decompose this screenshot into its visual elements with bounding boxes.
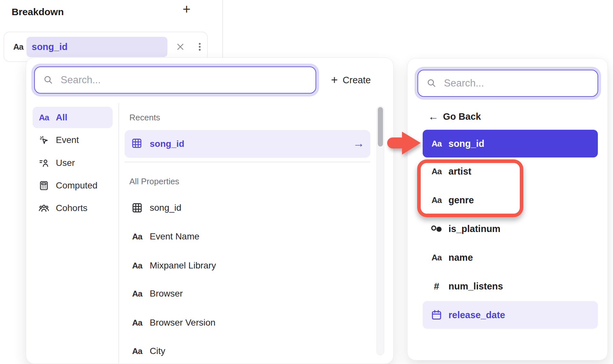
text-type-icon: Aa (130, 232, 144, 242)
category-all[interactable]: Aa All (33, 107, 113, 128)
nested-row-num-listens[interactable]: # num_listens (423, 272, 598, 300)
text-type-icon: Aa (429, 253, 444, 263)
nested-row-song-id[interactable]: Aa song_id (423, 130, 598, 157)
property-row-browser-version[interactable]: Aa Browser Version (125, 313, 370, 333)
create-button[interactable]: + Create (331, 71, 371, 89)
text-type-icon: Aa (38, 113, 50, 123)
go-back-button[interactable]: ← Go Back (426, 107, 481, 126)
search-input[interactable] (60, 74, 252, 86)
chip-menu-button[interactable] (195, 41, 205, 52)
property-row-song-id[interactable]: song_id (125, 198, 370, 218)
nested-row-artist[interactable]: Aa artist (423, 157, 598, 185)
arrow-right-icon[interactable]: → (353, 136, 365, 150)
chip-value-label: song_id (32, 42, 67, 52)
cohorts-people-icon (38, 203, 50, 214)
scrollbar-track[interactable] (377, 106, 384, 355)
nested-row-genre[interactable]: Aa genre (423, 186, 598, 214)
text-type-icon: Aa (429, 167, 444, 177)
number-type-icon: # (429, 281, 444, 292)
text-type-icon: Aa (429, 139, 444, 149)
remove-breakdown-button[interactable] (176, 42, 185, 52)
all-properties-header: All Properties (129, 177, 179, 187)
table-grid-icon (131, 137, 143, 150)
category-cohorts[interactable]: Cohorts (33, 197, 113, 219)
category-user[interactable]: User (33, 152, 113, 174)
calculator-icon (38, 180, 50, 191)
category-computed[interactable]: Computed (33, 175, 113, 196)
screen: Breakdown + Aa song_id + Create Aa All (0, 0, 613, 364)
add-breakdown-button[interactable]: + (183, 3, 191, 16)
breakdown-chip-value[interactable]: song_id (26, 37, 167, 57)
search-field-wrap (415, 67, 601, 100)
section-divider (125, 162, 370, 162)
text-type-icon: Aa (130, 318, 144, 328)
search-input[interactable] (443, 77, 564, 89)
property-row-mixpanel-library[interactable]: Aa Mixpanel Library (125, 256, 370, 276)
nested-row-release-date[interactable]: release_date (423, 301, 598, 329)
table-grid-icon (130, 202, 144, 214)
text-type-icon: Aa (13, 42, 23, 52)
property-row-browser[interactable]: Aa Browser (125, 284, 370, 304)
user-icon (38, 157, 50, 168)
nested-row-is-platinum[interactable]: is_platinum (423, 215, 598, 243)
category-event[interactable]: Event (33, 129, 113, 151)
boolean-type-icon (429, 223, 444, 235)
property-row-event-name[interactable]: Aa Event Name (125, 227, 370, 247)
recent-item-song-id[interactable]: song_id → (125, 130, 370, 158)
close-icon (176, 42, 185, 51)
plus-icon: + (331, 74, 338, 86)
event-cursor-icon (38, 135, 50, 146)
kebab-menu-icon (195, 42, 204, 52)
arrow-left-icon: ← (428, 111, 438, 123)
search-icon (427, 78, 437, 88)
search-icon (43, 75, 54, 85)
text-type-icon: Aa (130, 346, 144, 356)
sidebar-divider (118, 103, 119, 363)
breakdown-title: Breakdown (12, 6, 64, 17)
text-type-icon: Aa (130, 289, 144, 299)
scrollbar-thumb[interactable] (378, 107, 383, 147)
nested-row-name[interactable]: Aa name (423, 244, 598, 271)
text-type-icon: Aa (130, 261, 144, 271)
search-field-wrap (31, 64, 319, 96)
nested-property-picker-popup: ← Go Back Aa song_id Aa artist Aa genre … (407, 58, 608, 360)
property-row-city[interactable]: Aa City (125, 341, 370, 361)
recents-header: Recents (129, 113, 160, 123)
property-picker-popup: + Create Aa All Event User Computed (26, 57, 394, 364)
calendar-icon (429, 309, 444, 321)
text-type-icon: Aa (429, 195, 444, 205)
